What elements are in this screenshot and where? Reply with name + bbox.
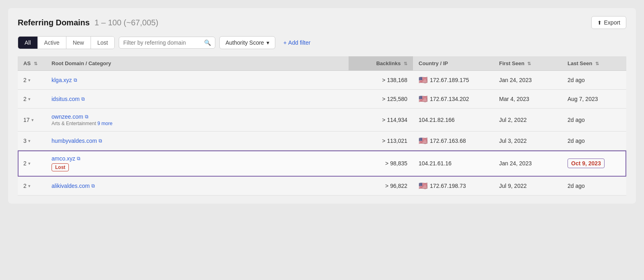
cell-country: 🇺🇸172.67.189.175 — [413, 71, 493, 90]
cell-last-seen: 2d ago — [562, 109, 626, 132]
backlinks-value: > 125,580 — [382, 96, 407, 102]
page-header: Referring Domains 1 – 100 (~67,005) ⬆ Ex… — [18, 16, 626, 29]
flag-icon: 🇺🇸 — [419, 76, 427, 84]
cell-domain: idsitus.com ⧉ — [46, 90, 349, 109]
cell-last-seen: Aug 7, 2023 — [562, 90, 626, 109]
col-header-backlinks: Backlinks ⇅ — [349, 56, 413, 71]
tab-all[interactable]: All — [18, 37, 38, 49]
export-button[interactable]: ⬆ Export — [591, 16, 626, 29]
first-seen-value: Jul 3, 2022 — [499, 138, 527, 144]
cell-last-seen: 2d ago — [562, 132, 626, 150]
cell-domain: amco.xyz ⧉ Lost — [46, 150, 349, 177]
external-link-icon[interactable]: ⧉ — [85, 114, 89, 119]
cell-domain: alikivaldes.com ⧉ — [46, 177, 349, 196]
external-link-icon[interactable]: ⧉ — [99, 138, 102, 144]
domain-link[interactable]: humbyvaldes.com — [52, 138, 97, 144]
tab-new[interactable]: New — [66, 37, 91, 49]
table-row: 3▾ humbyvaldes.com ⧉ > 113,021🇺🇸172.67.1… — [18, 132, 626, 150]
add-filter-button[interactable]: + Add filter — [279, 37, 314, 49]
cell-as: 2▾ — [18, 177, 46, 196]
first-seen-value: Jul 2, 2022 — [499, 117, 527, 123]
backlinks-value: > 96,822 — [385, 183, 407, 189]
cell-country: 🇺🇸172.67.163.68 — [413, 132, 493, 150]
external-link-icon[interactable]: ⧉ — [77, 156, 80, 161]
cell-last-seen: 2d ago — [562, 177, 626, 196]
cell-country: 🇺🇸172.67.198.73 — [413, 177, 493, 196]
cell-as: 3▾ — [18, 132, 46, 150]
as-value: 2 — [23, 160, 27, 167]
main-container: Referring Domains 1 – 100 (~67,005) ⬆ Ex… — [8, 8, 636, 204]
sort-icon-as[interactable]: ⇅ — [34, 61, 37, 66]
cell-backlinks: > 125,580 — [349, 90, 413, 109]
cell-backlinks: > 138,168 — [349, 71, 413, 90]
cell-first-seen: Jul 9, 2022 — [493, 177, 562, 196]
chevron-row-icon[interactable]: ▾ — [31, 117, 34, 123]
domain-link[interactable]: klga.xyz — [52, 77, 72, 83]
last-seen-value: 2d ago — [568, 183, 585, 189]
chevron-row-icon[interactable]: ▾ — [28, 78, 31, 83]
backlinks-value: > 98,835 — [385, 160, 407, 167]
table-row: 2▾ klga.xyz ⧉ > 138,168🇺🇸172.67.189.175J… — [18, 71, 626, 90]
flag-icon: 🇺🇸 — [419, 136, 427, 145]
as-value: 3 — [23, 138, 27, 144]
col-header-country: Country / IP — [413, 56, 493, 71]
domain-link[interactable]: idsitus.com — [52, 96, 80, 102]
add-filter-label: Add filter — [288, 39, 310, 46]
table-row: 2▾ alikivaldes.com ⧉ > 96,822🇺🇸172.67.19… — [18, 177, 626, 196]
ip-address: 104.21.61.16 — [419, 160, 452, 167]
cell-domain: klga.xyz ⧉ — [46, 71, 349, 90]
tab-group: All Active New Lost — [18, 36, 115, 49]
cell-last-seen: 2d ago — [562, 71, 626, 90]
backlinks-value: > 138,168 — [382, 77, 407, 83]
more-link[interactable]: 9 more — [97, 121, 112, 126]
cell-as: 2▾ — [18, 71, 46, 90]
external-link-icon[interactable]: ⧉ — [91, 183, 95, 189]
chevron-row-icon[interactable]: ▾ — [28, 183, 31, 189]
cell-first-seen: Jan 24, 2023 — [493, 71, 562, 90]
search-box[interactable]: 🔍 — [119, 37, 215, 49]
domain-link[interactable]: amco.xyz — [52, 155, 75, 162]
as-value: 2 — [23, 77, 27, 83]
cell-domain: humbyvaldes.com ⧉ — [46, 132, 349, 150]
authority-score-label: Authority Score — [225, 39, 264, 46]
search-input[interactable] — [123, 39, 201, 46]
cell-first-seen: Jul 3, 2022 — [493, 132, 562, 150]
cell-country: 🇺🇸172.67.134.202 — [413, 90, 493, 109]
col-header-first-seen: First Seen ⇅ — [493, 56, 562, 71]
sort-icon-backlinks[interactable]: ⇅ — [404, 61, 407, 66]
lost-badge: Lost — [52, 163, 69, 171]
cell-domain: ownzee.com ⧉ Arts & Entertainment 9 more — [46, 109, 349, 132]
last-seen-value: 2d ago — [568, 138, 585, 144]
chevron-row-icon[interactable]: ▾ — [28, 161, 31, 166]
cell-country: 104.21.82.166 — [413, 109, 493, 132]
chevron-row-icon[interactable]: ▾ — [28, 138, 31, 144]
domain-link[interactable]: ownzee.com — [52, 113, 83, 120]
last-seen-value: 2d ago — [568, 117, 585, 123]
cell-country: 104.21.61.16 — [413, 150, 493, 177]
last-seen-value: 2d ago — [568, 77, 585, 83]
domain-link[interactable]: alikivaldes.com — [52, 183, 90, 189]
first-seen-value: Jul 9, 2022 — [499, 183, 527, 189]
export-icon: ⬆ — [597, 20, 602, 26]
first-seen-value: Jan 24, 2023 — [499, 160, 532, 167]
cell-as: 17▾ — [18, 109, 46, 132]
last-seen-highlighted: Oct 9, 2023 — [568, 159, 605, 168]
chevron-down-icon: ▾ — [266, 39, 269, 46]
referring-domains-table: AS ⇅ Root Domain / Category Backlinks ⇅ … — [18, 56, 626, 196]
sort-icon-last-seen[interactable]: ⇅ — [595, 61, 599, 66]
cell-backlinks: > 98,835 — [349, 150, 413, 177]
header-left: Referring Domains 1 – 100 (~67,005) — [18, 18, 158, 27]
tab-active[interactable]: Active — [38, 37, 66, 49]
authority-score-dropdown[interactable]: Authority Score ▾ — [219, 36, 275, 49]
cell-backlinks: > 113,021 — [349, 132, 413, 150]
external-link-icon[interactable]: ⧉ — [81, 96, 85, 102]
chevron-row-icon[interactable]: ▾ — [28, 97, 31, 102]
cell-last-seen: Oct 9, 2023 — [562, 150, 626, 177]
result-count: 1 – 100 (~67,005) — [95, 18, 158, 27]
sort-icon-first-seen[interactable]: ⇅ — [527, 61, 531, 66]
col-header-as: AS ⇅ — [18, 56, 46, 71]
external-link-icon[interactable]: ⧉ — [74, 77, 77, 83]
first-seen-value: Jan 24, 2023 — [499, 77, 532, 83]
plus-icon: + — [283, 39, 287, 46]
tab-lost[interactable]: Lost — [91, 37, 114, 49]
